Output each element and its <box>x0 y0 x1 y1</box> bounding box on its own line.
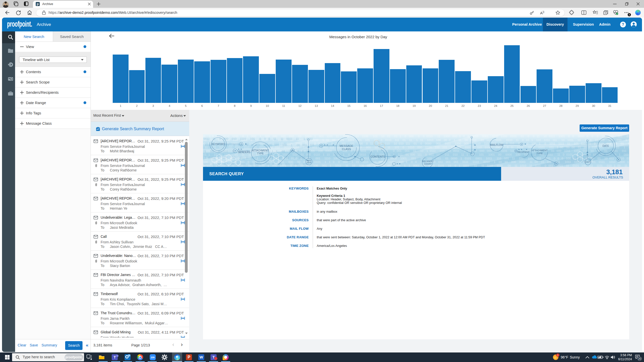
svg-text:TYPE: TYPE <box>537 152 543 155</box>
svg-text:MESSAGE: MESSAGE <box>340 144 353 147</box>
svg-text:KEYWORD: KEYWORD <box>212 143 225 146</box>
svg-text:TAGS: TAGS <box>307 162 311 163</box>
svg-text:RECIPIENT: RECIPIENT <box>517 151 530 153</box>
svg-text:SENDERS: SENDERS <box>238 151 251 154</box>
svg-text:CLASS: CLASS <box>342 148 351 151</box>
svg-text:INFO: INFO <box>307 160 311 161</box>
svg-text:MAILFLOW: MAILFLOW <box>490 144 503 146</box>
svg-text:COUNT: COUNT <box>424 163 432 165</box>
svg-text:TYPE: TYPE <box>257 152 264 155</box>
svg-text:ATTACHMENT: ATTACHMENT <box>252 149 269 152</box>
svg-text:RECIPIENT: RECIPIENT <box>422 160 433 163</box>
svg-text:ATTACHMENT: ATTACHMENT <box>532 149 548 152</box>
svg-text:DATE: DATE <box>602 145 609 147</box>
svg-text:CONTENTS: CONTENTS <box>371 155 385 158</box>
svg-text:QUERY: QUERY <box>585 161 591 163</box>
